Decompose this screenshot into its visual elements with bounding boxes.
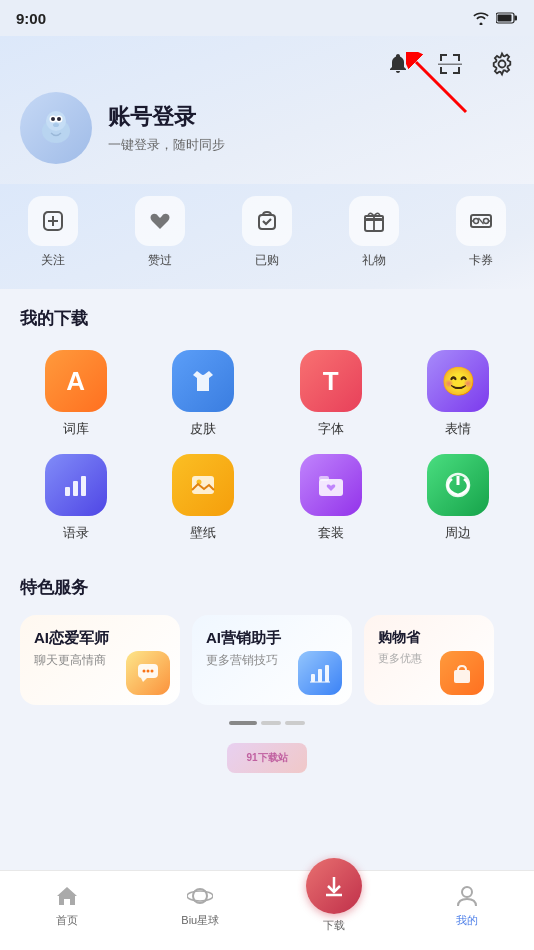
- pifu-label: 皮肤: [190, 420, 216, 438]
- ciku-label: 词库: [63, 420, 89, 438]
- action-liked[interactable]: 赞过: [135, 196, 185, 269]
- purchased-icon-wrap: [242, 196, 292, 246]
- svg-rect-11: [438, 64, 462, 66]
- profile-row: 账号登录 一键登录，随时同步: [20, 92, 514, 164]
- coupon-icon: [468, 208, 494, 234]
- svg-point-33: [483, 219, 488, 224]
- ai-marketing-icon: [298, 651, 342, 695]
- bizhi-label: 壁纸: [190, 524, 216, 542]
- svg-rect-8: [440, 67, 442, 74]
- svg-rect-1: [515, 16, 518, 21]
- power-svg: [442, 469, 474, 501]
- profile-title: 账号登录: [108, 102, 225, 132]
- home-icon: [54, 883, 80, 909]
- scroll-dot-2: [261, 721, 281, 725]
- svg-rect-48: [311, 674, 315, 682]
- action-follow[interactable]: 关注: [28, 196, 78, 269]
- svg-point-12: [499, 61, 506, 68]
- avatar[interactable]: [20, 92, 92, 164]
- download-center-icon: [320, 872, 348, 900]
- follow-icon-wrap: [28, 196, 78, 246]
- svg-rect-10: [458, 67, 460, 74]
- svg-rect-35: [65, 487, 70, 496]
- folder-heart-svg: [315, 469, 347, 501]
- action-purchased[interactable]: 已购: [242, 196, 292, 269]
- gift-label: 礼物: [362, 252, 386, 269]
- liked-label: 赞过: [148, 252, 172, 269]
- coupon-label: 卡券: [469, 252, 493, 269]
- purchased-icon: [254, 208, 280, 234]
- grid-item-ciku[interactable]: A 词库: [16, 350, 136, 438]
- service-card-ai-marketing[interactable]: AI营销助手 更多营销技巧: [192, 615, 352, 705]
- nav-biu[interactable]: Biu星球: [134, 883, 268, 928]
- download-section-header: 我的下载: [0, 289, 534, 338]
- nav-biu-label: Biu星球: [181, 913, 219, 928]
- svg-rect-52: [454, 670, 470, 683]
- svg-rect-4: [440, 54, 442, 61]
- pifu-icon: [172, 350, 234, 412]
- scroll-indicator: [0, 717, 534, 733]
- grid-item-bizhi[interactable]: 壁纸: [144, 454, 264, 542]
- download-center-btn[interactable]: [306, 858, 362, 914]
- notification-button[interactable]: [382, 48, 414, 80]
- svg-point-54: [187, 891, 213, 901]
- watermark-text: 91下载站: [246, 751, 287, 765]
- ai-love-title: AI恋爱军师: [34, 629, 166, 648]
- grid-item-biaoqing[interactable]: 😊 表情: [399, 350, 519, 438]
- bottom-nav: 首页 Biu星球 下载 我的: [0, 870, 534, 950]
- settings-icon: [489, 51, 515, 77]
- purchased-label: 已购: [255, 252, 279, 269]
- svg-point-32: [473, 219, 478, 224]
- status-bar: 9:00: [0, 0, 534, 36]
- watermark: 91下载站: [227, 743, 307, 773]
- ziti-label: 字体: [318, 420, 344, 438]
- grid-item-taozhuang[interactable]: 套装: [271, 454, 391, 542]
- profile-text: 账号登录 一键登录，随时同步: [108, 102, 225, 154]
- nav-download-label: 下载: [323, 918, 345, 933]
- services-scroll[interactable]: AI恋爱军师 聊天更高情商 AI营销助手 更多营销技巧: [0, 607, 534, 717]
- svg-rect-37: [81, 476, 86, 496]
- svg-rect-50: [325, 665, 329, 682]
- settings-button[interactable]: [486, 48, 518, 80]
- grid-item-zhoubian[interactable]: 周边: [399, 454, 519, 542]
- ciku-icon: A: [45, 350, 107, 412]
- svg-point-46: [147, 670, 150, 673]
- svg-point-19: [53, 123, 59, 127]
- bizhi-icon: [172, 454, 234, 516]
- service-card-shopping[interactable]: 购物省 更多优惠: [364, 615, 494, 705]
- action-coupon[interactable]: 卡券: [456, 196, 506, 269]
- grid-item-yulu[interactable]: 语录: [16, 454, 136, 542]
- nav-home-label: 首页: [56, 913, 78, 928]
- shirt-svg: [187, 365, 219, 397]
- action-gift[interactable]: 礼物: [349, 196, 399, 269]
- scan-button[interactable]: [434, 48, 466, 80]
- zhoubian-label: 周边: [445, 524, 471, 542]
- status-icons: [472, 11, 518, 25]
- chat-icon: [135, 660, 161, 686]
- biaoqing-icon: 😊: [427, 350, 489, 412]
- gift-icon-wrap: [349, 196, 399, 246]
- chart-svg: [60, 469, 92, 501]
- service-card-ai-love[interactable]: AI恋爱军师 聊天更高情商: [20, 615, 180, 705]
- grid-item-ziti[interactable]: T 字体: [271, 350, 391, 438]
- nav-download[interactable]: 下载: [267, 878, 401, 933]
- shopping-title: 购物省: [378, 629, 480, 647]
- quick-actions: 关注 赞过 已购: [0, 184, 534, 289]
- svg-point-45: [143, 670, 146, 673]
- watermark-area: 91下载站: [0, 733, 534, 783]
- taozhuang-icon: [300, 454, 362, 516]
- svg-rect-36: [73, 481, 78, 496]
- grid-item-pifu[interactable]: 皮肤: [144, 350, 264, 438]
- yulu-icon: [45, 454, 107, 516]
- bell-icon: [386, 52, 410, 76]
- nav-profile[interactable]: 我的: [401, 883, 535, 928]
- scroll-dot-1: [229, 721, 257, 725]
- coupon-icon-wrap: [456, 196, 506, 246]
- bag-icon: [449, 660, 475, 686]
- download-grid: A 词库 皮肤 T 字体 😊 表情: [0, 338, 534, 558]
- svg-rect-38: [192, 476, 214, 494]
- nav-home[interactable]: 首页: [0, 883, 134, 928]
- image-svg: [187, 469, 219, 501]
- avatar-image: [31, 103, 81, 153]
- svg-rect-2: [498, 15, 512, 22]
